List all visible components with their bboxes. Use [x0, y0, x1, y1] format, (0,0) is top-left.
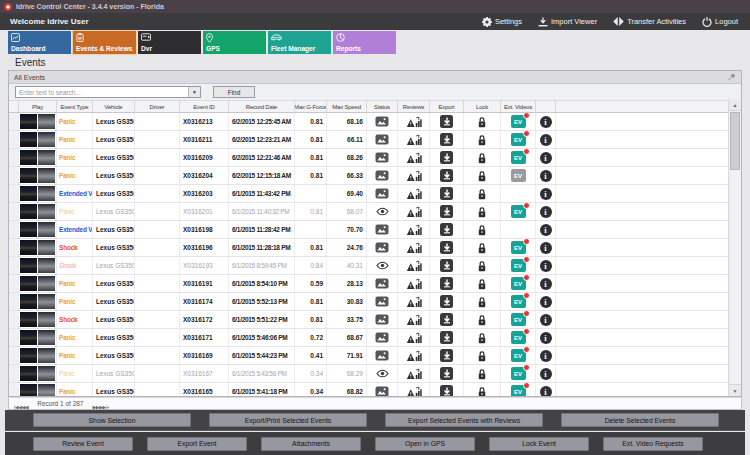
table-row[interactable]: Panic Lexus GS350 X0316165 6/1/2015 5:41… [9, 383, 741, 397]
event-thumbnail[interactable] [19, 293, 57, 310]
ext-video-badge[interactable]: EV [501, 113, 536, 130]
reviews-icon[interactable] [398, 185, 430, 202]
ev-badge[interactable]: EV [511, 331, 526, 344]
table-row[interactable]: Panic Lexus GS350 X0316169 6/1/2015 5:44… [9, 347, 741, 365]
table-row[interactable]: Panic Lexus GS350 X0316201 6/1/2015 11:4… [9, 203, 741, 221]
lock-button[interactable] [464, 239, 501, 256]
ev-badge[interactable]: EV [511, 169, 526, 182]
lock-event-button[interactable]: Lock Event [489, 437, 589, 451]
column-header-info[interactable] [536, 101, 556, 112]
export-button[interactable] [430, 383, 464, 397]
info-button[interactable]: i [536, 131, 556, 148]
column-header-indicator[interactable] [9, 101, 19, 112]
reviews-icon[interactable] [398, 257, 430, 274]
prev-record-button[interactable]: ◀ [25, 404, 28, 410]
export-button[interactable] [430, 167, 464, 184]
ext-video-badge[interactable]: EV [501, 275, 536, 292]
reviews-icon[interactable] [398, 293, 430, 310]
transfer-activities-button[interactable]: Transfer Activities [613, 17, 686, 26]
table-row[interactable]: Extended Video Lexus GS350 X0316203 6/1/… [9, 185, 741, 203]
export-button[interactable] [430, 221, 464, 238]
ev-badge[interactable]: EV [511, 295, 526, 308]
lock-button[interactable] [464, 203, 501, 220]
ext-video-badge[interactable]: EV [501, 347, 536, 364]
tab-fleet-manager[interactable]: Fleet Manager [268, 31, 331, 54]
reviews-icon[interactable] [398, 329, 430, 346]
column-header-max-g-force[interactable]: Max G-Force [295, 101, 327, 112]
table-row[interactable]: Shock Lexus GS350 X0316172 6/1/2015 5:51… [9, 311, 741, 329]
event-thumbnail[interactable] [19, 365, 57, 382]
lock-button[interactable] [464, 221, 501, 238]
info-button[interactable]: i [536, 221, 556, 238]
event-thumbnail[interactable] [19, 113, 57, 130]
export-button[interactable] [430, 131, 464, 148]
column-header-ext-videos[interactable]: Ext. Videos [501, 101, 536, 112]
table-row[interactable]: Panic Lexus GS350 X0316191 6/1/2015 8:54… [9, 275, 741, 293]
prev-page-button[interactable]: ◀◀ [18, 404, 25, 410]
lock-button[interactable] [464, 131, 501, 148]
info-button[interactable]: i [536, 311, 556, 328]
lock-button[interactable] [464, 257, 501, 274]
pin-icon[interactable] [728, 73, 736, 81]
reviews-icon[interactable] [398, 365, 430, 382]
ext-video-badge[interactable]: EV [501, 167, 536, 184]
lock-button[interactable] [464, 275, 501, 292]
lock-button[interactable] [464, 113, 501, 130]
reviews-icon[interactable] [398, 239, 430, 256]
settings-button[interactable]: Settings [482, 17, 522, 27]
ext-video-badge[interactable]: EV [501, 311, 536, 328]
column-header-status[interactable]: Status [367, 101, 398, 112]
ext-video-badge[interactable]: EV [501, 257, 536, 274]
vertical-scrollbar[interactable]: ▲ ▼ [728, 99, 741, 396]
ext-video-badge[interactable]: EV [501, 383, 536, 397]
event-thumbnail[interactable] [19, 149, 57, 166]
next-page-button[interactable]: ▶▶ [96, 404, 103, 410]
table-row[interactable]: Panic Lexus GS350 X0316204 6/2/2015 12:1… [9, 167, 741, 185]
export-print-selected-events-button[interactable]: Export/Print Selected Events [209, 413, 367, 427]
event-thumbnail[interactable] [19, 311, 57, 328]
find-button[interactable]: Find [213, 86, 255, 98]
ext-video-badge[interactable]: EV [501, 203, 536, 220]
table-row[interactable]: Panic Lexus GS350 X0316209 6/2/2015 12:2… [9, 149, 741, 167]
reviews-icon[interactable] [398, 383, 430, 397]
info-button[interactable]: i [536, 185, 556, 202]
table-row[interactable]: Panic Lexus GS350 X0316174 6/1/2015 5:52… [9, 293, 741, 311]
ext-video-badge[interactable]: EV [501, 131, 536, 148]
scrollbar-thumb[interactable] [730, 112, 740, 170]
column-header-record-date[interactable]: Record Date [229, 101, 295, 112]
export-button[interactable] [430, 203, 464, 220]
lock-button[interactable] [464, 185, 501, 202]
lock-button[interactable] [464, 329, 501, 346]
export-button[interactable] [430, 329, 464, 346]
scroll-down-icon[interactable]: ▼ [729, 384, 741, 396]
ev-badge[interactable]: EV [511, 277, 526, 290]
lock-button[interactable] [464, 365, 501, 382]
reviews-icon[interactable] [398, 311, 430, 328]
info-button[interactable]: i [536, 113, 556, 130]
event-thumbnail[interactable] [19, 221, 57, 238]
info-button[interactable]: i [536, 347, 556, 364]
tab-gps[interactable]: GPS [203, 31, 266, 54]
column-header-reviews[interactable]: Reviews [398, 101, 430, 112]
column-header-max-speed[interactable]: Max Speed [327, 101, 367, 112]
table-row[interactable]: Panic Lexus GS350 X0316211 6/2/2015 12:2… [9, 131, 741, 149]
ev-badge[interactable]: EV [511, 205, 526, 218]
info-button[interactable]: i [536, 293, 556, 310]
info-button[interactable]: i [536, 149, 556, 166]
delete-selected-events-button[interactable]: Delete Selected Events [561, 413, 719, 427]
export-button[interactable] [430, 185, 464, 202]
ext-video-badge[interactable] [501, 221, 536, 238]
ev-badge[interactable]: EV [511, 133, 526, 146]
ext-video-badge[interactable] [501, 185, 536, 202]
reviews-icon[interactable] [398, 113, 430, 130]
info-button[interactable]: i [536, 329, 556, 346]
lock-button[interactable] [464, 383, 501, 397]
reviews-icon[interactable] [398, 275, 430, 292]
table-row[interactable]: Panic Lexus GS350 X0316171 6/1/2015 5:46… [9, 329, 741, 347]
column-header-driver[interactable]: Driver [135, 101, 180, 112]
column-header-play[interactable]: Play [19, 101, 57, 112]
tab-reports[interactable]: Reports [333, 31, 396, 54]
lock-button[interactable] [464, 311, 501, 328]
lock-button[interactable] [464, 347, 501, 364]
reviews-icon[interactable] [398, 221, 430, 238]
